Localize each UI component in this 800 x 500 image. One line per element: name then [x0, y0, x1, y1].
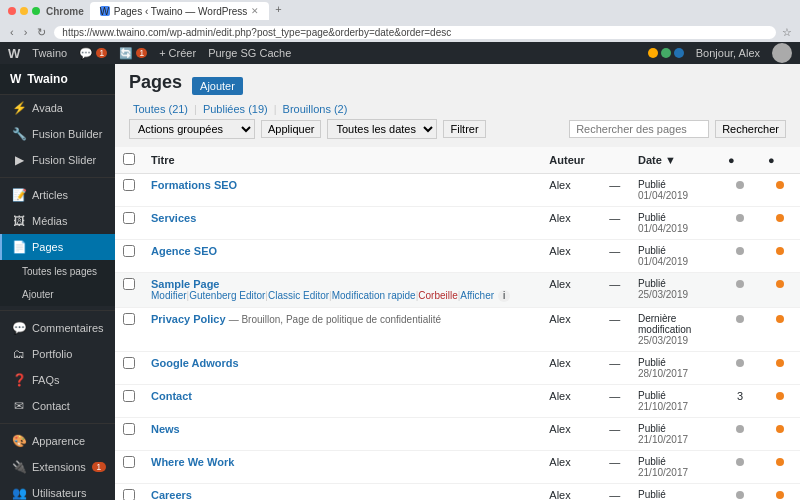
add-page-button[interactable]: Ajouter: [192, 77, 243, 95]
sidebar-item-label: Médias: [32, 215, 67, 227]
dot1-cell: [720, 174, 760, 207]
page-title-link[interactable]: Agence SEO: [151, 245, 217, 257]
gutenberg-editor-link[interactable]: Gutenberg Editor: [189, 290, 265, 302]
comment-icon: 💬: [79, 47, 93, 60]
page-title-link[interactable]: Formations SEO: [151, 179, 237, 191]
page-title-link[interactable]: News: [151, 423, 180, 435]
page-title-link[interactable]: Careers: [151, 489, 192, 500]
new-tab-button[interactable]: +: [271, 2, 285, 16]
row-checkbox[interactable]: [123, 357, 135, 369]
filter-published[interactable]: Publiées (19): [199, 103, 272, 115]
tab-close-button[interactable]: ✕: [251, 6, 259, 16]
create-new-button[interactable]: + Créer: [159, 47, 196, 59]
sidebar-item-pages[interactable]: 📄 Pages: [0, 234, 115, 260]
url-input[interactable]: https://www.twaino.com/wp-admin/edit.php…: [54, 26, 776, 39]
sidebar-item-label: Pages: [32, 241, 63, 253]
filter-button[interactable]: Filtrer: [443, 120, 485, 138]
filter-drafts[interactable]: Brouillons (2): [279, 103, 352, 115]
row-checkbox[interactable]: [123, 278, 135, 290]
sidebar-item-ajouter[interactable]: Ajouter: [0, 283, 115, 306]
back-button[interactable]: ‹: [8, 26, 16, 38]
row-checkbox-cell[interactable]: [115, 308, 143, 352]
sidebar-item-medias[interactable]: 🖼 Médias: [0, 208, 115, 234]
purge-cache-button[interactable]: Purge SG Cache: [208, 47, 291, 59]
sidebar-item-toutes-pages[interactable]: Toutes les pages: [0, 260, 115, 283]
row-checkbox[interactable]: [123, 212, 135, 224]
sidebar-item-avada[interactable]: ⚡ Avada: [0, 95, 115, 121]
dash-cell: —: [601, 273, 630, 308]
date-cell: Publié21/10/2017: [630, 484, 720, 501]
row-checkbox[interactable]: [123, 179, 135, 191]
maximize-window-button[interactable]: [32, 7, 40, 15]
search-submit-button[interactable]: Rechercher: [715, 120, 786, 138]
apply-bulk-button[interactable]: Appliquer: [261, 120, 321, 138]
updates-link[interactable]: 🔄 1: [119, 47, 147, 60]
dot2-cell: [760, 207, 800, 240]
extensions-badge: 1: [92, 462, 106, 472]
row-checkbox-cell[interactable]: [115, 352, 143, 385]
sidebar-item-fusion-slider[interactable]: ▶ Fusion Slider: [0, 147, 115, 173]
forward-button[interactable]: ›: [22, 26, 30, 38]
classic-editor-link[interactable]: Classic Editor: [268, 290, 329, 302]
page-title-link[interactable]: Privacy Policy: [151, 313, 226, 325]
page-title-link[interactable]: Google Adwords: [151, 357, 239, 369]
info-icon[interactable]: i: [498, 290, 510, 302]
select-all-checkbox-cell[interactable]: [115, 147, 143, 174]
row-checkbox-cell[interactable]: [115, 207, 143, 240]
select-all-checkbox[interactable]: [123, 153, 135, 165]
reload-button[interactable]: ↻: [35, 26, 48, 39]
dot1-cell: [720, 352, 760, 385]
sidebar-item-commentaires[interactable]: 💬 Commentaires: [0, 315, 115, 341]
sidebar-item-utilisateurs[interactable]: 👥 Utilisateurs: [0, 480, 115, 500]
modifier-link[interactable]: Modifier: [151, 290, 187, 302]
close-window-button[interactable]: [8, 7, 16, 15]
sidebar-logo: W Twaino: [0, 64, 115, 95]
dot2-cell: [760, 308, 800, 352]
sidebar-item-articles[interactable]: 📝 Articles: [0, 182, 115, 208]
corbeille-link[interactable]: Corbeille: [418, 290, 457, 302]
tab-favicon: W: [100, 6, 110, 16]
dot1-indicator: [736, 181, 744, 189]
filter-all[interactable]: Toutes (21): [129, 103, 192, 115]
row-checkbox-cell[interactable]: [115, 451, 143, 484]
sidebar-item-faqs[interactable]: ❓ FAQs: [0, 367, 115, 393]
row-checkbox[interactable]: [123, 456, 135, 468]
row-checkbox-cell[interactable]: [115, 484, 143, 501]
modification-rapide-link[interactable]: Modification rapide: [332, 290, 416, 302]
table-row: Careers Modifier Alex — Publié21/10/2017: [115, 484, 800, 501]
row-checkbox[interactable]: [123, 390, 135, 402]
page-title-link[interactable]: Where We Work: [151, 456, 234, 468]
row-checkbox-cell[interactable]: [115, 240, 143, 273]
row-checkbox-cell[interactable]: [115, 385, 143, 418]
create-label: Créer: [169, 47, 197, 59]
sidebar-item-portfolio[interactable]: 🗂 Portfolio: [0, 341, 115, 367]
sidebar-item-extensions[interactable]: 🔌 Extensions 1: [0, 454, 115, 480]
sidebar-item-apparence[interactable]: 🎨 Apparence: [0, 428, 115, 454]
col-date[interactable]: Date ▼: [630, 147, 720, 174]
page-title-link[interactable]: Contact: [151, 390, 192, 402]
bookmark-icon[interactable]: ☆: [782, 26, 792, 39]
site-name-link[interactable]: Twaino: [32, 47, 67, 59]
row-checkbox[interactable]: [123, 489, 135, 500]
active-tab[interactable]: W Pages ‹ Twaino — WordPress ✕: [90, 2, 270, 20]
afficher-link[interactable]: Afficher: [460, 290, 494, 302]
sidebar-item-fusion-builder[interactable]: 🔧 Fusion Builder: [0, 121, 115, 147]
row-checkbox[interactable]: [123, 313, 135, 325]
row-checkbox-cell[interactable]: [115, 273, 143, 308]
dot2-indicator: [776, 458, 784, 466]
row-checkbox[interactable]: [123, 245, 135, 257]
row-checkbox-cell[interactable]: [115, 418, 143, 451]
dot2-cell: [760, 484, 800, 501]
row-checkbox[interactable]: [123, 423, 135, 435]
page-title-link[interactable]: Services: [151, 212, 196, 224]
comments-notif[interactable]: 💬 1: [79, 47, 107, 60]
search-pages-input[interactable]: [569, 120, 709, 138]
bulk-actions-select[interactable]: Actions groupées Modifier Mettre à la co…: [129, 119, 255, 139]
row-checkbox-cell[interactable]: [115, 174, 143, 207]
sidebar-item-contact[interactable]: ✉ Contact: [0, 393, 115, 419]
minimize-window-button[interactable]: [20, 7, 28, 15]
sidebar-item-label: Fusion Builder: [32, 128, 102, 140]
date-filter-select[interactable]: Toutes les dates: [327, 119, 437, 139]
page-title-link[interactable]: Sample Page: [151, 278, 219, 290]
dot2-cell: [760, 385, 800, 418]
